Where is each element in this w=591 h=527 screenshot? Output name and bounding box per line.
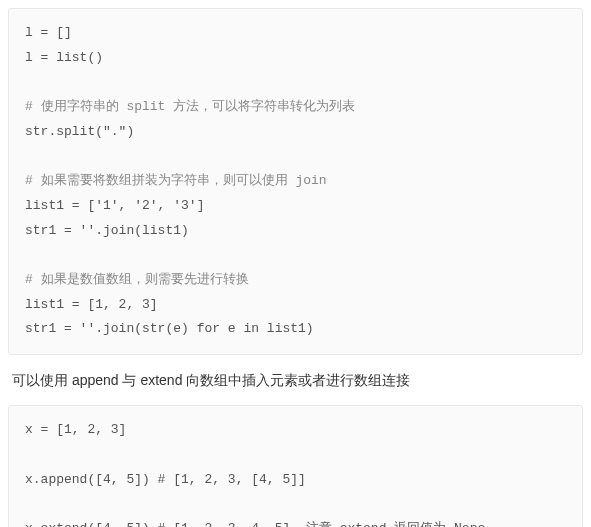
code-comment: # 如果需要将数组拼装为字符串，则可以使用 join: [25, 173, 327, 188]
paragraph-text: 可以使用 append 与 extend 向数组中插入元素或者进行数组连接: [12, 369, 579, 391]
code-block-2: x = [1, 2, 3] x.append([4, 5]) # [1, 2, …: [8, 405, 583, 527]
code-line: x.extend([4, 5]) # [1, 2, 3, 4, 5], 注意 e…: [25, 521, 485, 527]
code-line: x.append([4, 5]) # [1, 2, 3, [4, 5]]: [25, 472, 306, 487]
code-line: l = list(): [25, 50, 103, 65]
code-block-1: l = [] l = list() # 使用字符串的 split 方法，可以将字…: [8, 8, 583, 355]
code-line: x = [1, 2, 3]: [25, 422, 126, 437]
code-comment: # 如果是数值数组，则需要先进行转换: [25, 272, 249, 287]
code-line: str.split("."): [25, 124, 134, 139]
code-line: str1 = ''.join(str(e) for e in list1): [25, 321, 314, 336]
code-line: l = []: [25, 25, 72, 40]
code-comment: # 使用字符串的 split 方法，可以将字符串转化为列表: [25, 99, 355, 114]
code-line: str1 = ''.join(list1): [25, 223, 189, 238]
code-line: list1 = [1, 2, 3]: [25, 297, 158, 312]
code-line: list1 = ['1', '2', '3']: [25, 198, 204, 213]
